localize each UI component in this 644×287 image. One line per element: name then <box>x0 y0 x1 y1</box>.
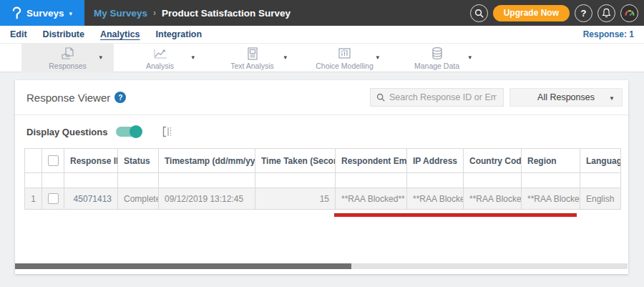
manage-data-icon <box>429 47 445 61</box>
response-search <box>370 88 504 107</box>
choice-modelling-icon <box>336 47 353 61</box>
filter-country-code[interactable] <box>464 173 522 188</box>
chevron-down-icon[interactable]: ▾ <box>376 54 379 61</box>
text-analysis-icon <box>245 47 260 61</box>
row-number: 1 <box>25 188 42 210</box>
country-code-cell: **RAA Blocked** <box>464 188 522 210</box>
toolbar-label: Analysis <box>146 62 174 70</box>
responses-filter-dropdown[interactable]: All Responses ▼ <box>509 88 623 107</box>
row-select-cell <box>42 188 64 210</box>
filter-response-id[interactable] <box>64 173 118 188</box>
breadcrumb-my-surveys[interactable]: My Surveys <box>94 8 147 19</box>
user-avatar[interactable] <box>620 4 638 22</box>
col-region: Region <box>522 149 580 173</box>
ip-address-cell: **RAA Blocked** <box>407 188 464 210</box>
col-respondent-email: Respondent Email <box>336 149 407 173</box>
nav-distribute[interactable]: Distribute <box>43 29 84 39</box>
nav-integration[interactable]: Integration <box>156 29 203 39</box>
toolbar-label: Manage Data <box>414 62 459 70</box>
table-header-row: Response ID▼ Status Timestamp (dd/mm/yyy… <box>25 149 621 173</box>
time-taken-cell: 15 <box>255 188 336 210</box>
chevron-down-icon: ▾ <box>69 10 73 17</box>
chevron-down-icon: ▼ <box>609 95 615 102</box>
toolbar-label: Text Analysis <box>230 62 274 70</box>
search-input[interactable] <box>389 92 497 102</box>
timestamp-cell: 09/12/2019 13:12:45 <box>159 188 255 210</box>
chevron-down-icon[interactable]: ▾ <box>191 54 195 61</box>
page-title: Response Viewer <box>26 92 110 104</box>
col-time-taken[interactable]: Time Taken (Seconds)⇅ <box>255 149 336 173</box>
filter-status[interactable] <box>118 173 159 188</box>
column-settings-icon[interactable] <box>160 125 173 138</box>
horizontal-scrollbar[interactable] <box>15 263 628 269</box>
chevron-down-icon[interactable]: ▾ <box>468 54 472 61</box>
nav-analytics[interactable]: Analytics <box>100 29 140 39</box>
toolbar-analysis[interactable]: Analysis ▾ <box>114 44 206 72</box>
breadcrumb-separator-icon: › <box>153 8 156 18</box>
chevron-down-icon[interactable]: ▾ <box>99 54 102 61</box>
scrollbar-thumb[interactable] <box>15 263 351 269</box>
bell-icon <box>602 8 611 18</box>
filter-ip-address[interactable] <box>407 173 464 188</box>
chevron-down-icon[interactable]: ▾ <box>283 54 287 61</box>
toolbar-manage-data[interactable]: Manage Data ▾ <box>391 44 483 72</box>
notifications-button[interactable] <box>597 4 615 22</box>
search-icon <box>474 9 484 18</box>
header-actions: Upgrade Now ? <box>470 4 644 22</box>
analytics-toolbar: Responses ▾ Analysis ▾ Text Analysis ▾ <box>0 44 644 72</box>
col-country-code: Country Code <box>464 149 522 173</box>
col-language: Language <box>580 149 621 173</box>
app-header: Surveys ▾ My Surveys › Product Satisfact… <box>0 0 644 26</box>
display-questions-label: Display Questions <box>26 127 107 137</box>
responses-icon <box>59 47 77 61</box>
table-controls: Display Questions <box>15 115 628 148</box>
row-checkbox[interactable] <box>48 193 59 204</box>
response-viewer-panel: Response Viewer ? All Responses ▼ Displa… <box>15 80 628 274</box>
toolbar-responses[interactable]: Responses ▾ <box>21 44 114 72</box>
search-icon <box>376 93 385 102</box>
col-status: Status <box>118 149 159 173</box>
select-all-checkbox[interactable] <box>48 155 59 166</box>
gauge-avatar-icon <box>623 6 636 19</box>
product-switcher[interactable]: Surveys ▾ <box>0 0 84 26</box>
upgrade-now-button[interactable]: Upgrade Now <box>493 5 570 21</box>
panel-header: Response Viewer ? All Responses ▼ <box>15 80 628 115</box>
respondent-email-cell: **RAA Blocked** <box>336 188 407 210</box>
filter-respondent-email[interactable] <box>336 173 407 188</box>
questionpro-logo-icon <box>12 6 21 19</box>
response-count: Response: 1 <box>583 29 634 39</box>
help-icon[interactable]: ? <box>114 92 126 103</box>
col-timestamp[interactable]: Timestamp (dd/mm/yyyy)⇅ <box>159 149 255 173</box>
filter-language[interactable] <box>580 173 621 188</box>
help-button[interactable]: ? <box>575 4 592 22</box>
col-response-id[interactable]: Response ID▼ <box>64 149 118 173</box>
region-cell: **RAA Blocked** <box>522 188 580 210</box>
filter-region[interactable] <box>522 173 580 188</box>
row-number-header <box>25 149 42 173</box>
col-ip-address: IP Address <box>407 149 464 173</box>
language-cell: English <box>580 188 621 210</box>
survey-nav: Edit Distribute Analytics Integration Re… <box>0 26 644 44</box>
toggle-knob <box>130 125 142 138</box>
filter-row <box>25 173 621 188</box>
raa-blocked-highlight-annotation <box>334 213 577 217</box>
response-id-cell[interactable]: 45071413 <box>64 188 118 210</box>
filter-timestamp[interactable] <box>159 173 255 188</box>
breadcrumb-survey-title: Product Satisfaction Survey <box>162 8 291 19</box>
toolbar-choice-modelling[interactable]: Choice Modelling ▾ <box>298 44 391 72</box>
filter-time-taken[interactable] <box>255 173 336 188</box>
toolbar-text-analysis[interactable]: Text Analysis ▾ <box>206 44 298 72</box>
search-button[interactable] <box>470 4 488 22</box>
select-all-cell <box>42 149 64 173</box>
breadcrumb: My Surveys › Product Satisfaction Survey <box>94 8 291 19</box>
responses-table: Response ID▼ Status Timestamp (dd/mm/yyy… <box>24 148 628 210</box>
responses-filter-value: All Responses <box>537 92 595 102</box>
nav-edit[interactable]: Edit <box>10 29 27 39</box>
product-menu-label: Surveys <box>26 8 64 19</box>
display-questions-toggle[interactable] <box>116 127 142 137</box>
toolbar-label: Responses <box>49 62 87 70</box>
table-row: 1 45071413 Completed 09/12/2019 13:12:45… <box>25 188 621 210</box>
question-mark-icon: ? <box>581 8 587 19</box>
toolbar-label: Choice Modelling <box>316 62 374 70</box>
status-cell: Completed <box>118 188 159 210</box>
